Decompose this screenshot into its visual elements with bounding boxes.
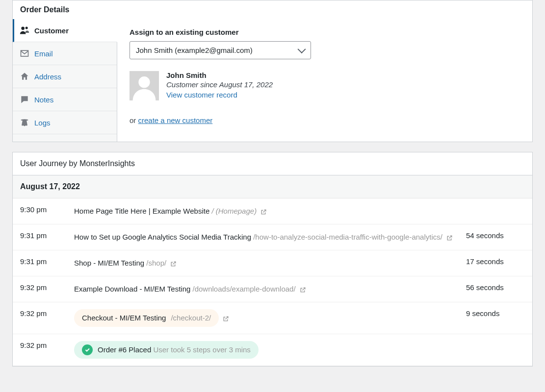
address-icon bbox=[20, 72, 29, 81]
journey-duration: 9 seconds bbox=[466, 309, 525, 318]
journey-row: 9:32 pmCheckout - MI/EM Testing /checkou… bbox=[13, 302, 532, 334]
customer-name: John Smith bbox=[166, 71, 273, 79]
journey-time: 9:32 pm bbox=[20, 309, 64, 318]
journey-title: User Journey by MonsterInsights bbox=[13, 152, 532, 175]
journey-page: How to Set up Google Analytics Social Me… bbox=[74, 231, 456, 243]
journey-row: 9:32 pmOrder #6 Placed User took 5 steps… bbox=[13, 334, 532, 366]
journey-rows: 9:30 pmHome Page Title Here | Example We… bbox=[13, 198, 532, 366]
selected-customer-value: John Smith (example2@gmail.com) bbox=[136, 46, 253, 54]
user-journey-panel: User Journey by MonsterInsights August 1… bbox=[12, 152, 533, 367]
checkout-pill: Checkout - MI/EM Testing /checkout-2/ bbox=[74, 309, 219, 327]
customer-info: John Smith Customer since August 17, 202… bbox=[166, 71, 273, 99]
svg-point-1 bbox=[26, 27, 28, 29]
journey-page: Shop - MI/EM Testing /shop/ bbox=[74, 257, 456, 269]
svg-point-2 bbox=[138, 76, 150, 88]
or-text: or bbox=[130, 116, 138, 124]
journey-row: 9:32 pmExample Download - MI/EM Testing … bbox=[13, 276, 532, 302]
journey-page: Home Page Title Here | Example Website /… bbox=[74, 205, 456, 217]
order-placed-pill: Order #6 Placed User took 5 steps over 3… bbox=[74, 341, 259, 359]
external-link-icon[interactable] bbox=[446, 235, 453, 241]
journey-time: 9:31 pm bbox=[20, 231, 64, 240]
tab-customer[interactable]: Customer bbox=[13, 19, 117, 42]
journey-row: 9:30 pmHome Page Title Here | Example We… bbox=[13, 198, 532, 224]
tab-email[interactable]: Email bbox=[13, 42, 117, 65]
external-link-icon[interactable] bbox=[300, 287, 306, 293]
tab-label: Logs bbox=[34, 119, 51, 127]
order-tabs: Customer Email Address Notes bbox=[13, 19, 117, 142]
journey-date: August 17, 2022 bbox=[13, 175, 532, 198]
svg-point-0 bbox=[21, 27, 25, 30]
order-details-title: Order Details bbox=[13, 0, 532, 19]
create-customer-link[interactable]: create a new customer bbox=[138, 116, 213, 124]
order-details-body: Customer Email Address Notes bbox=[13, 19, 532, 142]
or-create-row: or create a new customer bbox=[130, 116, 520, 124]
customer-tab-content: Assign to an existing customer John Smit… bbox=[117, 19, 532, 142]
tab-label: Email bbox=[34, 49, 53, 58]
journey-duration: 17 seconds bbox=[466, 257, 525, 266]
tab-label: Address bbox=[34, 73, 61, 81]
journey-time: 9:30 pm bbox=[20, 205, 64, 214]
view-customer-link[interactable]: View customer record bbox=[166, 91, 237, 99]
customer-since: Customer since August 17, 2022 bbox=[166, 80, 273, 89]
customer-icon bbox=[20, 25, 29, 35]
journey-time: 9:31 pm bbox=[20, 257, 64, 266]
order-details-panel: Order Details Customer Email Address bbox=[12, 0, 533, 142]
journey-row: 9:31 pmShop - MI/EM Testing /shop/ 17 se… bbox=[13, 250, 532, 276]
journey-duration: 56 seconds bbox=[466, 283, 525, 292]
journey-page: Example Download - MI/EM Testing /downlo… bbox=[74, 283, 456, 295]
tab-address[interactable]: Address bbox=[13, 65, 117, 88]
tab-notes[interactable]: Notes bbox=[13, 88, 117, 111]
external-link-icon[interactable] bbox=[260, 209, 267, 215]
journey-duration: 54 seconds bbox=[466, 231, 525, 240]
logs-icon bbox=[20, 118, 29, 127]
journey-time: 9:32 pm bbox=[20, 283, 64, 292]
notes-icon bbox=[20, 95, 29, 104]
tab-label: Customer bbox=[34, 26, 69, 35]
journey-page: Order #6 Placed User took 5 steps over 3… bbox=[74, 341, 456, 359]
journey-row: 9:31 pmHow to Set up Google Analytics So… bbox=[13, 224, 532, 250]
order-placed-text: Order #6 Placed User took 5 steps over 3… bbox=[98, 344, 251, 356]
external-link-icon[interactable] bbox=[223, 316, 229, 322]
assign-label: Assign to an existing customer bbox=[130, 28, 520, 36]
tab-logs[interactable]: Logs bbox=[13, 111, 117, 134]
avatar bbox=[130, 71, 159, 100]
customer-select[interactable]: John Smith (example2@gmail.com) bbox=[130, 41, 311, 59]
customer-summary: John Smith Customer since August 17, 202… bbox=[130, 71, 520, 100]
email-icon bbox=[20, 49, 29, 58]
check-icon bbox=[82, 344, 93, 355]
journey-page: Checkout - MI/EM Testing /checkout-2/ bbox=[74, 309, 456, 327]
tab-label: Notes bbox=[34, 96, 53, 104]
journey-time: 9:32 pm bbox=[20, 341, 64, 349]
external-link-icon[interactable] bbox=[170, 261, 177, 267]
